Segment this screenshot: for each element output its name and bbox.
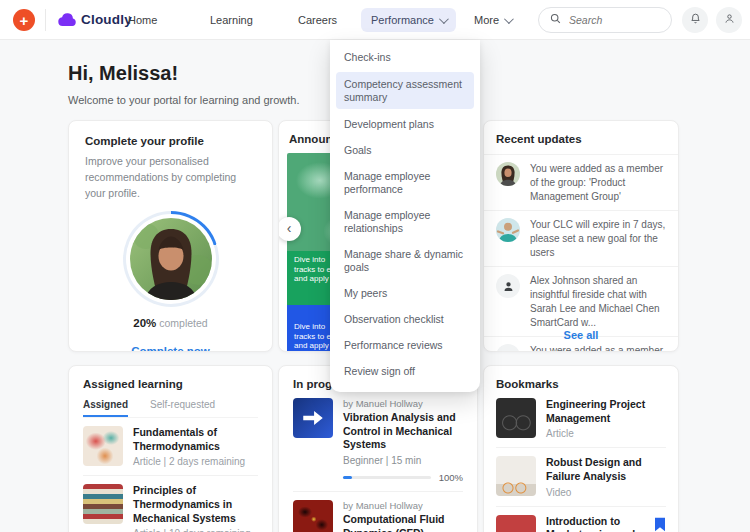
chevron-down-icon [504, 14, 514, 24]
recent-updates-card: Recent updates You were added as a membe… [483, 120, 679, 352]
nav-more-label: More [474, 0, 499, 40]
recent-updates-title: Recent updates [484, 121, 678, 154]
assigned-tabs: Assigned Self-requested [83, 399, 258, 418]
avatar [496, 218, 520, 242]
progress-bar: 100% [343, 472, 463, 483]
learning-item[interactable]: Fundamentals of Thermodynamics Article |… [83, 418, 258, 476]
plus-glyph: + [20, 13, 29, 28]
see-all-link[interactable]: See all [484, 329, 678, 341]
bookmark-type: Article [546, 428, 666, 439]
nav-item-performance[interactable]: Performance [361, 8, 456, 32]
menu-item-observation-checklist[interactable]: Observation checklist [330, 306, 480, 332]
update-item[interactable]: You were added as a member of the group:… [484, 154, 678, 210]
learning-item-meta: Article | 2 days remaining [133, 456, 258, 467]
bookmark-icon[interactable] [654, 517, 666, 532]
complete-now-link[interactable]: Complete now [85, 345, 256, 352]
performance-dropdown-menu: Check-ins Competency assessment summary … [330, 40, 480, 392]
thumbnail [496, 398, 536, 438]
bookmark-type: Video [546, 487, 666, 498]
update-item[interactable]: Your CLC will expire in 7 days, please s… [484, 210, 678, 266]
search-box[interactable] [538, 7, 672, 33]
avatar [496, 162, 520, 186]
menu-item-manage-employee-relationships[interactable]: Manage employee relationships [330, 202, 480, 241]
update-text: Alex Johnson shared an insightful firesi… [530, 274, 666, 330]
learning-item-meta: Article | 10 days remaining [133, 528, 258, 532]
course-author: by Manuel Hollway [343, 398, 463, 409]
carousel-prev-button[interactable]: ‹ [278, 217, 301, 241]
learning-item[interactable]: Principles of Thermodynamics in Mechanic… [83, 476, 258, 532]
bell-icon [689, 11, 702, 29]
chevron-left-icon: ‹ [287, 221, 292, 235]
profile-percent-label: completed [159, 317, 207, 329]
thumbnail [83, 484, 123, 524]
user-icon [723, 11, 736, 29]
bookmark-item[interactable]: Introduction to Mechatronics and Embedde… [496, 507, 666, 532]
menu-item-development-plans[interactable]: Development plans [330, 111, 480, 137]
nav-item-learning[interactable]: Learning [210, 0, 253, 40]
thumbnail [496, 456, 536, 496]
tab-self-requested[interactable]: Self-requested [150, 399, 215, 417]
assigned-learning-title: Assigned learning [83, 378, 258, 390]
nav-item-home[interactable]: Home [128, 0, 157, 40]
profile-button[interactable] [716, 7, 742, 33]
app-root: + Cloudly Home Learning Careers Performa… [0, 0, 750, 532]
thumbnail [496, 515, 536, 532]
thumbnail [293, 500, 333, 532]
tab-assigned[interactable]: Assigned [83, 399, 128, 417]
bookmark-item[interactable]: Robust Design and Failure Analysis Video [496, 448, 666, 506]
menu-item-check-ins[interactable]: Check-ins [330, 44, 480, 70]
learning-item-title: Principles of Thermodynamics in Mechanic… [133, 484, 258, 525]
profile-completion-status: 20% completed [85, 317, 256, 329]
page-title: Hi, Melissa! [68, 62, 178, 85]
assigned-learning-card: Assigned learning Assigned Self-requeste… [68, 365, 273, 532]
menu-item-manage-employee-performance[interactable]: Manage employee performance [330, 163, 480, 202]
notifications-button[interactable] [682, 7, 708, 33]
course-item[interactable]: by Manuel Hollway Vibration Analysis and… [293, 390, 463, 492]
menu-item-manage-share-dynamic-goals[interactable]: Manage share & dynamic goals [330, 241, 480, 280]
avatar [130, 218, 212, 300]
course-title: Vibration Analysis and Control in Mechan… [343, 411, 463, 452]
chevron-down-icon [439, 14, 449, 24]
profile-card-description: Improve your personalised recommendation… [85, 154, 256, 201]
person-icon [496, 274, 520, 298]
person-icon [496, 344, 520, 352]
update-text: Your CLC will expire in 7 days, please s… [530, 218, 666, 260]
learning-item-title: Fundamentals of Thermodynamics [133, 426, 258, 453]
menu-item-review-sign-off[interactable]: Review sign off [330, 358, 480, 384]
update-item[interactable]: Alex Johnson shared an insightful firesi… [484, 266, 678, 336]
nav-performance-label: Performance [371, 14, 434, 26]
page-subtitle: Welcome to your portal for learning and … [68, 94, 300, 106]
brand-name: Cloudly [81, 0, 132, 40]
course-author: by Manuel Hollway [343, 500, 463, 511]
bookmarks-title: Bookmarks [496, 378, 666, 390]
course-meta: Beginner | 15 min [343, 455, 463, 466]
course-item[interactable]: by Manuel Hollway Computational Fluid Dy… [293, 492, 463, 532]
bookmark-title: Introduction to Mechatronics and Embedde… [546, 515, 644, 532]
logo-divider [45, 9, 46, 31]
top-navbar: + Cloudly Home Learning Careers Performa… [0, 0, 750, 40]
bookmark-title: Engineering Project Management [546, 398, 666, 425]
search-input[interactable] [569, 14, 659, 26]
cloud-logo-icon [57, 12, 78, 31]
bookmark-item[interactable]: Engineering Project Management Article [496, 390, 666, 448]
thumbnail [293, 398, 333, 438]
menu-item-my-peers[interactable]: My peers [330, 280, 480, 306]
profile-percent: 20% [133, 317, 156, 329]
update-text: You were added as a member of the group:… [530, 344, 666, 352]
profile-card-title: Complete your profile [85, 135, 256, 147]
update-text: You were added as a member of the group:… [530, 162, 666, 204]
progress-percent: 100% [439, 472, 463, 483]
bookmark-title: Robust Design and Failure Analysis [546, 456, 666, 483]
menu-item-performance-reviews[interactable]: Performance reviews [330, 332, 480, 358]
nav-item-more[interactable]: More [474, 0, 511, 40]
course-title: Computational Fluid Dynamics (CFD) [343, 513, 463, 532]
profile-progress-ring [123, 211, 219, 307]
arrow-right-icon [300, 405, 326, 431]
logo-plus-icon[interactable]: + [13, 9, 35, 31]
menu-item-goals[interactable]: Goals [330, 137, 480, 163]
search-icon [549, 11, 562, 29]
complete-profile-card: Complete your profile Improve your perso… [68, 120, 273, 352]
nav-item-careers[interactable]: Careers [298, 0, 337, 40]
menu-item-competency-assessment-summary[interactable]: Competency assessment summary [336, 72, 474, 109]
bookmarks-card: Bookmarks Engineering Project Management… [483, 365, 679, 532]
